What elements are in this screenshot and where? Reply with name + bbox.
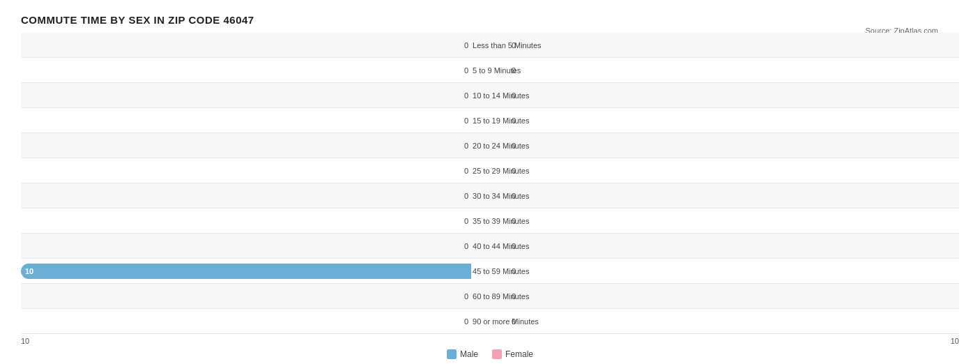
left-section: 0 [21,133,471,158]
chart-row: 0 5 to 9 Minutes 0 [21,58,959,83]
row-label: 90 or more Minutes [471,317,509,326]
chart-row: 0 15 to 19 Minutes 0 [21,108,959,133]
male-value: 0 [464,41,468,50]
chart-row: 0 90 or more Minutes 0 [21,309,959,334]
legend-male-box [447,349,457,359]
legend-male: Male [447,349,478,359]
row-label: 60 to 89 Minutes [471,292,509,301]
right-section: 0 [509,83,959,107]
chart-row: 0 10 to 14 Minutes 0 [21,83,959,108]
left-section: 0 [21,208,471,233]
right-section: 0 [509,234,959,258]
left-section: 0 [21,158,471,183]
male-value: 0 [464,242,468,250]
right-section: 0 [509,183,959,208]
chart-row: 0 20 to 24 Minutes 0 [21,133,959,158]
row-label: 25 to 29 Minutes [471,167,509,175]
chart-row: 0 35 to 39 Minutes 0 [21,208,959,234]
row-label: Less than 5 Minutes [471,41,509,50]
left-section: 0 [21,234,471,258]
row-label: 5 to 9 Minutes [471,66,509,75]
right-section: 0 [509,208,959,233]
chart-rows: 0 Less than 5 Minutes 0 0 5 to 9 Minutes… [21,33,959,334]
male-value: 0 [464,292,468,301]
legend-female: Female [492,349,533,359]
male-value: 0 [464,317,468,326]
axis-row: 10 10 [21,337,959,345]
row-label: 10 to 14 Minutes [471,91,509,100]
male-value: 0 [464,217,468,225]
legend-female-box [492,349,502,359]
left-section: 0 [21,83,471,107]
male-value: 10 [25,267,33,275]
chart-container: 0 Less than 5 Minutes 0 0 5 to 9 Minutes… [21,33,959,359]
legend: Male Female [21,349,959,359]
right-section: 0 [509,158,959,183]
left-section: 0 [21,33,471,57]
legend-female-label: Female [505,349,533,359]
right-section: 0 [509,284,959,308]
chart-row: 0 60 to 89 Minutes 0 [21,284,959,309]
male-value: 0 [464,116,468,125]
row-label: 45 to 59 Minutes [471,267,509,275]
chart-row: 10 45 to 59 Minutes 0 [21,259,959,284]
row-label: 35 to 39 Minutes [471,217,509,225]
chart-row: 0 Less than 5 Minutes 0 [21,33,959,58]
male-value: 0 [464,167,468,175]
right-section: 0 [509,33,959,57]
legend-male-label: Male [460,349,478,359]
left-section: 0 [21,309,471,333]
row-label: 15 to 19 Minutes [471,116,509,125]
left-section: 0 [21,183,471,208]
left-section: 0 [21,108,471,132]
male-value: 0 [464,142,468,150]
right-section: 0 [509,309,959,333]
bar-male [21,264,471,279]
axis-left: 10 [21,337,471,345]
right-section: 0 [509,108,959,132]
row-label: 40 to 44 Minutes [471,242,509,250]
left-section: 0 [21,284,471,308]
chart-title: COMMUTE TIME BY SEX IN ZIP CODE 46047 [21,14,959,26]
left-section: 10 [21,259,471,283]
male-value: 0 [464,66,468,75]
row-label: 30 to 34 Minutes [471,192,509,200]
chart-row: 0 30 to 34 Minutes 0 [21,183,959,208]
row-label: 20 to 24 Minutes [471,142,509,150]
right-section: 0 [509,133,959,158]
chart-row: 0 40 to 44 Minutes 0 [21,234,959,259]
axis-right: 10 [509,337,959,345]
left-section: 0 [21,58,471,82]
male-value: 0 [464,192,468,200]
chart-row: 0 25 to 29 Minutes 0 [21,158,959,183]
male-value: 0 [464,91,468,100]
right-section: 0 [509,259,959,283]
right-section: 0 [509,58,959,82]
